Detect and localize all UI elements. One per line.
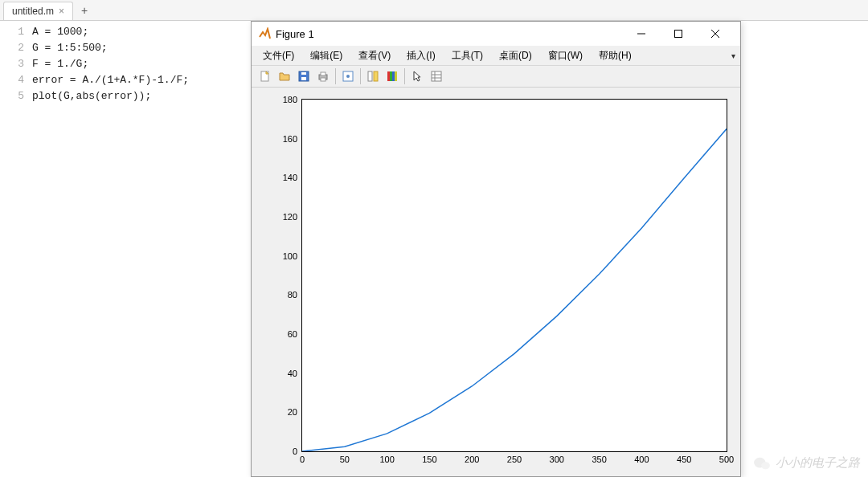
minimize-button[interactable] xyxy=(623,22,660,46)
toolbar-separator xyxy=(360,68,361,84)
svg-rect-13 xyxy=(368,71,372,81)
close-button[interactable] xyxy=(697,22,734,46)
axes[interactable]: 0204060801001201401601800501001502002503… xyxy=(301,99,727,452)
figure-toolbar xyxy=(252,65,740,88)
y-tick-label: 60 xyxy=(288,329,302,339)
figure-window: Figure 1 文件(F) 编辑(E) 查看(V) 插入(I) 工具(T) 桌… xyxy=(251,21,741,477)
x-tick-label: 350 xyxy=(592,451,606,464)
pointer-icon[interactable] xyxy=(408,67,426,85)
code-line[interactable]: F = 1./G; xyxy=(32,56,189,72)
svg-rect-9 xyxy=(321,72,326,75)
watermark-text: 小小的电子之路 xyxy=(776,455,860,471)
line-number: 3 xyxy=(0,56,24,72)
x-tick-label: 0 xyxy=(300,451,305,464)
code-line[interactable]: A = 1000; xyxy=(32,24,189,40)
toolbar-separator xyxy=(335,68,336,84)
y-tick-label: 140 xyxy=(283,173,302,182)
svg-rect-18 xyxy=(395,71,397,81)
matlab-icon xyxy=(258,27,271,40)
svg-rect-19 xyxy=(432,71,441,81)
x-tick-label: 300 xyxy=(550,451,564,464)
figure-title: Figure 1 xyxy=(276,28,623,40)
y-tick-label: 160 xyxy=(283,134,302,144)
line-number: 5 xyxy=(0,88,24,104)
menu-desktop[interactable]: 桌面(D) xyxy=(494,47,537,64)
wechat-icon xyxy=(753,456,771,471)
x-tick-label: 450 xyxy=(677,451,691,464)
x-tick-label: 500 xyxy=(719,451,734,464)
chart-line xyxy=(302,100,727,451)
svg-rect-14 xyxy=(374,71,378,81)
x-tick-label: 250 xyxy=(507,451,522,464)
line-number: 1 xyxy=(0,24,24,40)
x-tick-label: 50 xyxy=(340,451,350,464)
x-tick-label: 400 xyxy=(634,451,649,464)
figure-titlebar[interactable]: Figure 1 xyxy=(252,22,740,46)
menu-overflow-icon[interactable]: ▾ xyxy=(731,51,735,60)
properties-icon[interactable] xyxy=(428,67,445,85)
gutter: 12345 xyxy=(0,24,32,104)
svg-rect-7 xyxy=(301,72,306,75)
menu-tools[interactable]: 工具(T) xyxy=(447,47,488,64)
editor-tab-bar: untitled.m × + xyxy=(0,0,868,21)
x-tick-label: 100 xyxy=(379,451,394,464)
new-icon[interactable] xyxy=(256,67,274,85)
y-tick-label: 20 xyxy=(288,407,302,417)
svg-rect-16 xyxy=(390,71,392,81)
colorbar-icon[interactable] xyxy=(383,67,401,85)
print-icon[interactable] xyxy=(314,67,332,85)
code-line[interactable]: plot(G,abs(error)); xyxy=(32,88,189,104)
svg-rect-1 xyxy=(675,31,682,38)
svg-rect-17 xyxy=(392,71,395,81)
code-area[interactable]: A = 1000;G = 1:5:500;F = 1./G;error = A.… xyxy=(32,24,189,104)
tab-add-button[interactable]: + xyxy=(73,1,96,20)
y-tick-label: 100 xyxy=(283,251,302,261)
editor-tab[interactable]: untitled.m × xyxy=(3,2,73,20)
menu-view[interactable]: 查看(V) xyxy=(354,47,395,64)
y-tick-label: 80 xyxy=(288,290,302,300)
svg-rect-6 xyxy=(301,77,306,80)
watermark: 小小的电子之路 xyxy=(753,455,860,471)
y-tick-label: 120 xyxy=(283,212,302,222)
code-line[interactable]: G = 1:5:500; xyxy=(32,40,189,56)
tab-filename: untitled.m xyxy=(12,6,54,17)
menu-edit[interactable]: 编辑(E) xyxy=(305,47,347,64)
maximize-button[interactable] xyxy=(660,22,697,46)
menu-help[interactable]: 帮助(H) xyxy=(594,47,637,64)
x-tick-label: 200 xyxy=(465,451,479,464)
x-tick-label: 150 xyxy=(422,451,436,464)
toolbar-separator xyxy=(404,68,405,84)
line-number: 4 xyxy=(0,72,24,88)
line-number: 2 xyxy=(0,40,24,56)
plot-area[interactable]: 0204060801001201401601800501001502002503… xyxy=(252,88,740,476)
svg-rect-10 xyxy=(321,78,326,81)
svg-rect-15 xyxy=(387,71,390,81)
save-icon[interactable] xyxy=(295,67,313,85)
y-tick-label: 180 xyxy=(283,95,302,104)
menu-file[interactable]: 文件(F) xyxy=(258,47,299,64)
code-line[interactable]: error = A./(1+A.*F)-1./F; xyxy=(32,72,189,88)
datacursor-icon[interactable] xyxy=(339,67,357,85)
window-buttons xyxy=(623,22,734,46)
figure-menubar: 文件(F) 编辑(E) 查看(V) 插入(I) 工具(T) 桌面(D) 窗口(W… xyxy=(252,46,740,65)
open-icon[interactable] xyxy=(276,67,293,85)
y-tick-label: 40 xyxy=(288,369,302,378)
svg-point-12 xyxy=(346,75,350,78)
linked-icon[interactable] xyxy=(364,67,382,85)
tab-close-icon[interactable]: × xyxy=(59,6,64,17)
svg-point-24 xyxy=(761,462,770,469)
menu-window[interactable]: 窗口(W) xyxy=(543,47,588,64)
menu-insert[interactable]: 插入(I) xyxy=(402,47,440,64)
